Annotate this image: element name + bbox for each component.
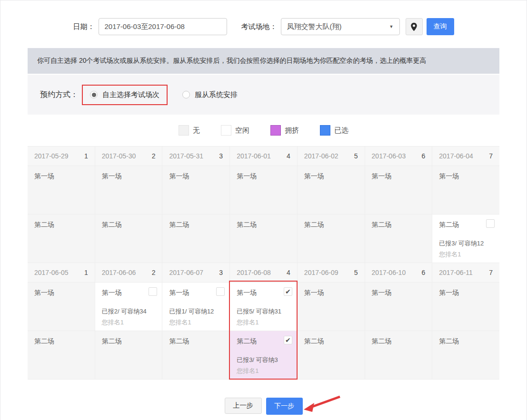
radio-selected-icon[interactable] [90, 91, 98, 98]
query-button[interactable]: 查询 [427, 18, 454, 35]
date-label: 日期： [73, 22, 95, 31]
session-label: 第一场 [169, 289, 189, 296]
session-cell: 第二场 [298, 215, 365, 263]
legend-label: 已选 [334, 126, 348, 135]
session-label: 第二场 [439, 221, 459, 228]
venue-select-value: 凤翔交警大队(翔) [287, 22, 342, 31]
exam-booking-page: 日期： 考试场地： 凤翔交警大队(翔) ▼ 查询 你可自主选择 20个考试场次或… [28, 18, 499, 415]
session-label: 第一场 [304, 172, 324, 180]
day-number: 5 [354, 152, 358, 160]
session-label: 第一场 [102, 172, 122, 180]
session-cell: 第二场 [95, 215, 162, 263]
notice-bar: 你可自主选择 20个考试场次或服从系统安排。服从系统安排后，我们会按照你选择的日… [28, 48, 499, 74]
radio-option-self-select[interactable]: 自主选择考试场次 [82, 85, 168, 105]
session-rank: 您排名1 [439, 250, 461, 259]
legend-label: 空闲 [235, 126, 249, 135]
session-rank: 您排名1 [102, 318, 124, 327]
session-label: 第一场 [34, 289, 54, 296]
day-number: 1 [84, 269, 88, 276]
day-header: 2017-06-117 [432, 263, 499, 282]
day-date: 2017-06-01 [237, 152, 271, 160]
day-date: 2017-06-10 [372, 269, 406, 276]
calendar-grid: 2017-05-2912017-05-3022017-05-3132017-06… [28, 146, 499, 380]
session-stats: 已报3/ 可容纳12 [439, 239, 484, 248]
day-header: 2017-06-095 [298, 263, 365, 282]
legend-swatch-icon [179, 125, 189, 136]
session-label: 第二场 [237, 337, 257, 345]
day-date: 2017-06-06 [102, 269, 136, 276]
session-label: 第二场 [439, 337, 459, 345]
filter-bar: 日期： 考试场地： 凤翔交警大队(翔) ▼ 查询 [28, 18, 499, 35]
session-stats: 已报1/ 可容纳12 [169, 307, 214, 316]
day-date: 2017-06-04 [439, 152, 473, 160]
legend-item: 拥挤 [270, 125, 299, 136]
radio-unselected-icon[interactable] [182, 91, 190, 98]
session-cell: 第一场 [298, 283, 365, 331]
session-cell[interactable]: 第二场已报3/ 可容纳12您排名1 [432, 215, 499, 263]
session-label: 第二场 [34, 221, 54, 228]
day-number: 6 [421, 269, 425, 276]
session-label: 第一场 [304, 289, 324, 296]
session-checkbox[interactable] [216, 287, 225, 296]
next-step-button[interactable]: 下一步 [266, 398, 303, 415]
date-range-input[interactable] [99, 18, 227, 35]
session-checkbox[interactable] [149, 287, 157, 296]
session-cell: 第二场 [365, 215, 432, 263]
session-cell[interactable]: 第一场已报1/ 可容纳12您排名1 [162, 283, 229, 331]
venue-label: 考试场地： [241, 22, 277, 31]
legend-swatch-icon [320, 125, 330, 136]
session-cell: 第一场 [28, 283, 95, 331]
session-cell: 第二场 [95, 331, 162, 379]
session-cell[interactable]: 第一场已报2/ 可容纳34您排名1 [95, 283, 162, 331]
session-rank: 您排名1 [237, 318, 259, 327]
legend-item: 已选 [320, 125, 348, 136]
day-date: 2017-06-11 [439, 269, 473, 276]
day-number: 4 [287, 269, 290, 276]
day-date: 2017-06-09 [304, 269, 338, 276]
session-cell[interactable]: 第二场✔已报3/ 可容纳3您排名1 [230, 331, 297, 379]
session-rank: 您排名1 [237, 367, 259, 375]
session-checkbox-checked[interactable]: ✔ [284, 336, 292, 344]
session-cell: 第二场 [230, 215, 297, 263]
session-rank: 您排名1 [169, 318, 191, 327]
session-label: 第二场 [169, 337, 189, 345]
session-label: 第二场 [169, 221, 189, 228]
day-number: 7 [489, 269, 493, 276]
day-date: 2017-06-07 [169, 269, 203, 276]
session-cell: 第二场 [28, 331, 95, 379]
session-label: 第一场 [102, 289, 122, 296]
radio-option-system-assign[interactable]: 服从系统安排 [175, 86, 245, 104]
session-label: 第一场 [439, 172, 459, 180]
location-pin-icon [410, 22, 418, 31]
session-cell: 第二场 [162, 215, 229, 263]
location-pin-button[interactable] [406, 18, 423, 35]
day-date: 2017-06-02 [304, 152, 338, 160]
day-header: 2017-06-051 [28, 263, 95, 282]
day-header: 2017-06-106 [365, 263, 432, 282]
session-cell[interactable]: 第一场✔已报5/ 可容纳31您排名1 [230, 283, 297, 331]
session-cell: 第二场 [28, 215, 95, 263]
day-number: 2 [152, 152, 156, 160]
session-cell: 第二场 [298, 331, 365, 379]
session-stats: 已报2/ 可容纳34 [102, 307, 147, 316]
prev-step-button[interactable]: 上一步 [225, 398, 262, 414]
session-checkbox-checked[interactable]: ✔ [284, 287, 292, 296]
day-header: 2017-06-073 [162, 263, 229, 282]
day-number: 3 [219, 269, 223, 276]
session-label: 第一场 [237, 289, 257, 296]
legend-label: 无 [193, 126, 200, 135]
session-stats: 已报5/ 可容纳31 [237, 307, 281, 316]
session-label: 第二场 [304, 221, 324, 228]
session-checkbox[interactable] [486, 219, 495, 228]
session-cell: 第一场 [95, 166, 162, 214]
session-cell: 第一场 [28, 166, 95, 214]
session-label: 第一场 [372, 172, 392, 180]
venue-select[interactable]: 凤翔交警大队(翔) ▼ [281, 18, 400, 35]
notice-text: 你可自主选择 20个考试场次或服从系统安排。服从系统安排后，我们会按照你选择的日… [37, 57, 426, 65]
session-label: 第二场 [102, 337, 122, 345]
session-cell: 第一场 [162, 166, 229, 214]
day-number: 2 [152, 269, 156, 276]
legend-label: 拥挤 [285, 126, 299, 135]
footer-actions: 上一步 下一步 [28, 398, 499, 415]
day-header: 2017-06-047 [432, 147, 499, 166]
